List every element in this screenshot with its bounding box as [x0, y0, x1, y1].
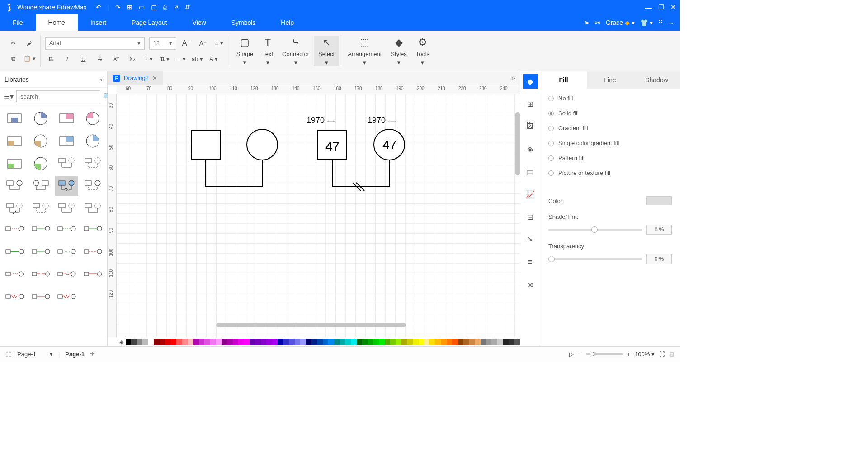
- panel-expand-button[interactable]: »: [506, 71, 520, 85]
- collapse-ribbon-icon[interactable]: ︿: [668, 19, 675, 27]
- shape-item-selected[interactable]: [55, 176, 79, 196]
- connector-tool[interactable]: ⤷Connector▾: [278, 36, 314, 66]
- text-case-button[interactable]: T ▾: [143, 53, 155, 65]
- shape-item[interactable]: [29, 131, 52, 151]
- select-tool[interactable]: ↖Select▾: [314, 36, 339, 66]
- fill-color-swatch[interactable]: [646, 196, 672, 205]
- color-swatch[interactable]: [345, 339, 351, 345]
- color-swatch[interactable]: [131, 339, 137, 345]
- shape-item[interactable]: [55, 108, 79, 128]
- bold-button[interactable]: B: [45, 53, 57, 65]
- text-direction-button[interactable]: ab ▾: [192, 53, 203, 65]
- color-swatch[interactable]: [357, 339, 362, 345]
- color-swatch[interactable]: [396, 339, 401, 345]
- color-swatch[interactable]: [295, 339, 300, 345]
- color-swatch[interactable]: [362, 339, 368, 345]
- document-tab[interactable]: E Drawing2 ✕: [108, 71, 163, 85]
- menu-file[interactable]: File: [0, 14, 36, 31]
- shape-item[interactable]: [81, 221, 104, 241]
- paste-button[interactable]: 📋 ▾: [24, 53, 36, 65]
- page-tab[interactable]: Page-1: [65, 351, 85, 358]
- color-swatch[interactable]: [160, 339, 165, 345]
- doc-tab-close[interactable]: ✕: [152, 75, 157, 81]
- table-panel-icon[interactable]: ⊟: [523, 210, 538, 224]
- shape-item[interactable]: [81, 266, 104, 286]
- color-swatch[interactable]: [176, 339, 182, 345]
- window-minimize-button[interactable]: —: [645, 4, 652, 11]
- copy-button[interactable]: ⧉: [7, 53, 19, 65]
- shape-item[interactable]: [55, 198, 79, 218]
- styles-tool[interactable]: ◆Styles▾: [386, 36, 411, 66]
- fit-page-icon[interactable]: ⛶: [659, 351, 665, 358]
- color-swatch[interactable]: [250, 339, 255, 345]
- page-select[interactable]: Page-1▾: [17, 351, 53, 358]
- prop-tab-fill[interactable]: Fill: [540, 71, 587, 89]
- color-swatch[interactable]: [503, 339, 508, 345]
- color-swatch[interactable]: [458, 339, 463, 345]
- color-swatch[interactable]: [340, 339, 345, 345]
- color-swatch[interactable]: [261, 339, 266, 345]
- more-icon[interactable]: ⇵: [185, 4, 190, 11]
- prop-tab-line[interactable]: Line: [587, 71, 633, 89]
- vertical-scrollbar[interactable]: [515, 112, 520, 175]
- cut-button[interactable]: ✂: [7, 38, 19, 49]
- apps-icon[interactable]: ⠿: [658, 19, 663, 26]
- color-swatch[interactable]: [469, 339, 475, 345]
- color-swatch[interactable]: [227, 339, 232, 345]
- send-icon[interactable]: ➤: [584, 19, 590, 26]
- color-swatch[interactable]: [368, 339, 373, 345]
- undo-icon[interactable]: ↶: [96, 4, 101, 11]
- shape-item[interactable]: [29, 198, 52, 218]
- decrease-font-button[interactable]: A⁻: [197, 38, 209, 49]
- shape-item[interactable]: [55, 289, 79, 309]
- shape-item[interactable]: [3, 244, 26, 264]
- color-swatch[interactable]: [407, 339, 413, 345]
- shape-item[interactable]: [81, 198, 104, 218]
- fill-option-picture[interactable]: Picture or texture fill: [548, 170, 672, 176]
- shape-item[interactable]: [3, 289, 26, 309]
- color-swatch[interactable]: [413, 339, 418, 345]
- bullets-button[interactable]: ≣ ▾: [175, 53, 187, 65]
- shape-item[interactable]: [3, 176, 26, 196]
- print-icon[interactable]: ⎙: [163, 4, 167, 11]
- fill-option-no-fill[interactable]: No fill: [548, 95, 672, 102]
- subscript-button[interactable]: X₂: [127, 53, 138, 65]
- color-swatch[interactable]: [193, 339, 198, 345]
- arrangement-tool[interactable]: ⬚Arrangement▾: [343, 36, 386, 66]
- shape-item[interactable]: [3, 221, 26, 241]
- drawing-canvas[interactable]: 1970 — 47 47 1970 —: [117, 94, 520, 337]
- line-spacing-button[interactable]: ⇅ ▾: [159, 53, 171, 65]
- color-swatch[interactable]: [385, 339, 390, 345]
- shape-item[interactable]: [55, 244, 79, 264]
- shape-item[interactable]: [3, 153, 26, 173]
- font-size-select[interactable]: 12▾: [149, 37, 176, 50]
- color-swatch[interactable]: [306, 339, 311, 345]
- tools-tool[interactable]: ⚙Tools▾: [411, 36, 434, 66]
- superscript-button[interactable]: X²: [110, 53, 122, 65]
- color-swatch[interactable]: [278, 339, 283, 345]
- color-swatch[interactable]: [216, 339, 221, 345]
- shape-item[interactable]: [81, 176, 104, 196]
- shape-item[interactable]: [3, 266, 26, 286]
- tshirt-icon[interactable]: 👕 ▾: [640, 19, 653, 26]
- color-swatch[interactable]: [447, 339, 452, 345]
- shade-slider[interactable]: [548, 229, 642, 231]
- color-swatch[interactable]: [148, 339, 154, 345]
- color-swatch[interactable]: [142, 339, 148, 345]
- image-panel-icon[interactable]: 🖼: [523, 119, 538, 134]
- shape-item[interactable]: [81, 244, 104, 264]
- color-palette[interactable]: [126, 339, 520, 345]
- zoom-slider[interactable]: [586, 353, 623, 355]
- menu-home[interactable]: Home: [36, 14, 78, 31]
- color-swatch[interactable]: [463, 339, 469, 345]
- format-painter-button[interactable]: 🖌: [24, 38, 35, 49]
- share-icon[interactable]: ⚯: [595, 19, 600, 26]
- color-swatch[interactable]: [266, 339, 272, 345]
- color-swatch[interactable]: [435, 339, 441, 345]
- fill-panel-icon[interactable]: ◆: [523, 74, 538, 89]
- window-close-button[interactable]: ✕: [670, 3, 676, 11]
- color-swatch[interactable]: [419, 339, 424, 345]
- shape-item[interactable]: [29, 221, 52, 241]
- library-search-input[interactable]: [16, 90, 100, 102]
- align-panel-icon[interactable]: ≡: [523, 255, 538, 269]
